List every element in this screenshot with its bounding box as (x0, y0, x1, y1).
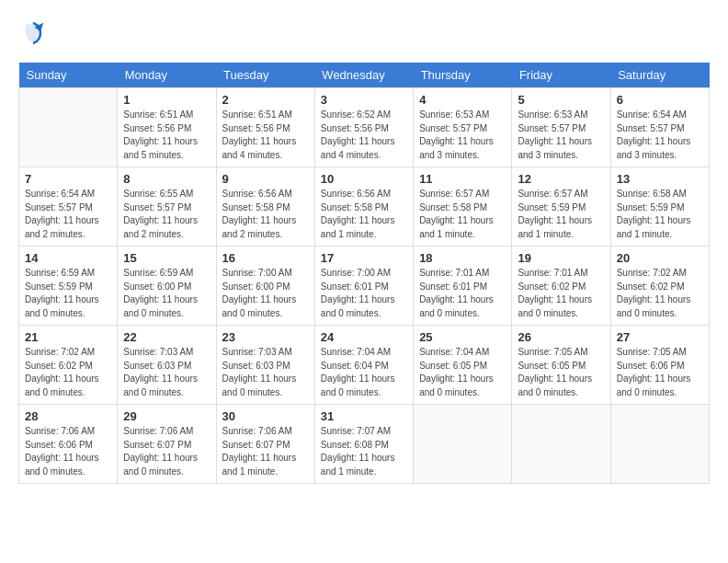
calendar-cell: 14Sunrise: 6:59 AMSunset: 5:59 PMDayligh… (19, 247, 118, 326)
day-info: Sunrise: 6:55 AMSunset: 5:57 PMDaylight:… (123, 188, 210, 241)
calendar-cell: 12Sunrise: 6:57 AMSunset: 5:59 PMDayligh… (512, 167, 610, 247)
day-number: 23 (222, 330, 309, 344)
calendar-cell (19, 88, 118, 167)
calendar-cell: 24Sunrise: 7:04 AMSunset: 6:04 PMDayligh… (314, 326, 413, 405)
day-number: 11 (419, 172, 506, 186)
day-info: Sunrise: 7:00 AMSunset: 6:01 PMDaylight:… (321, 267, 407, 320)
calendar-cell: 8Sunrise: 6:55 AMSunset: 5:57 PMDaylight… (118, 167, 216, 247)
calendar-cell: 17Sunrise: 7:00 AMSunset: 6:01 PMDayligh… (314, 247, 413, 326)
day-info: Sunrise: 7:00 AMSunset: 6:00 PMDaylight:… (222, 267, 309, 320)
calendar-cell: 20Sunrise: 7:02 AMSunset: 6:02 PMDayligh… (610, 247, 709, 326)
day-number: 10 (321, 172, 407, 186)
day-info: Sunrise: 7:03 AMSunset: 6:03 PMDaylight:… (123, 346, 210, 399)
day-info: Sunrise: 6:56 AMSunset: 5:58 PMDaylight:… (222, 188, 309, 241)
calendar-cell: 31Sunrise: 7:07 AMSunset: 6:08 PMDayligh… (314, 405, 413, 484)
day-number: 26 (518, 330, 604, 344)
calendar-cell: 5Sunrise: 6:53 AMSunset: 5:57 PMDaylight… (512, 88, 610, 167)
day-number: 27 (617, 330, 703, 344)
day-info: Sunrise: 7:05 AMSunset: 6:06 PMDaylight:… (617, 346, 703, 399)
day-number: 9 (222, 172, 309, 186)
day-info: Sunrise: 6:52 AMSunset: 5:56 PMDaylight:… (321, 109, 407, 162)
day-number: 19 (518, 251, 604, 265)
day-number: 4 (419, 93, 506, 107)
calendar-cell: 4Sunrise: 6:53 AMSunset: 5:57 PMDaylight… (414, 88, 512, 167)
calendar-week-row: 14Sunrise: 6:59 AMSunset: 5:59 PMDayligh… (19, 247, 710, 326)
day-info: Sunrise: 7:03 AMSunset: 6:03 PMDaylight:… (222, 346, 309, 399)
calendar-cell: 25Sunrise: 7:04 AMSunset: 6:05 PMDayligh… (414, 326, 512, 405)
day-info: Sunrise: 7:04 AMSunset: 6:04 PMDaylight:… (321, 346, 407, 399)
day-number: 25 (419, 330, 506, 344)
day-number: 2 (222, 93, 309, 107)
day-info: Sunrise: 7:06 AMSunset: 6:06 PMDaylight:… (25, 425, 111, 478)
calendar-cell: 7Sunrise: 6:54 AMSunset: 5:57 PMDaylight… (19, 167, 118, 247)
calendar-week-row: 1Sunrise: 6:51 AMSunset: 5:56 PMDaylight… (19, 88, 710, 167)
calendar-table: SundayMondayTuesdayWednesdayThursdayFrid… (18, 63, 710, 484)
day-info: Sunrise: 6:57 AMSunset: 5:59 PMDaylight:… (518, 188, 604, 241)
calendar-cell: 21Sunrise: 7:02 AMSunset: 6:02 PMDayligh… (19, 326, 118, 405)
day-info: Sunrise: 6:53 AMSunset: 5:57 PMDaylight:… (419, 109, 506, 162)
calendar-cell: 28Sunrise: 7:06 AMSunset: 6:06 PMDayligh… (19, 405, 118, 484)
calendar-cell: 19Sunrise: 7:01 AMSunset: 6:02 PMDayligh… (512, 247, 610, 326)
logo (18, 18, 51, 48)
day-info: Sunrise: 7:02 AMSunset: 6:02 PMDaylight:… (617, 267, 703, 320)
day-number: 15 (123, 251, 210, 265)
day-number: 14 (25, 251, 111, 265)
calendar-week-row: 28Sunrise: 7:06 AMSunset: 6:06 PMDayligh… (19, 405, 710, 484)
calendar-cell: 18Sunrise: 7:01 AMSunset: 6:01 PMDayligh… (414, 247, 512, 326)
column-header-thursday: Thursday (414, 63, 512, 88)
day-info: Sunrise: 6:58 AMSunset: 5:59 PMDaylight:… (617, 188, 703, 241)
day-number: 13 (617, 172, 703, 186)
column-header-sunday: Sunday (19, 63, 118, 88)
calendar-cell: 2Sunrise: 6:51 AMSunset: 5:56 PMDaylight… (216, 88, 314, 167)
column-header-friday: Friday (512, 63, 610, 88)
day-info: Sunrise: 7:06 AMSunset: 6:07 PMDaylight:… (123, 425, 210, 478)
day-number: 12 (518, 172, 604, 186)
day-info: Sunrise: 6:59 AMSunset: 5:59 PMDaylight:… (25, 267, 111, 320)
calendar-cell: 3Sunrise: 6:52 AMSunset: 5:56 PMDaylight… (314, 88, 413, 167)
column-header-tuesday: Tuesday (216, 63, 314, 88)
calendar-week-row: 7Sunrise: 6:54 AMSunset: 5:57 PMDaylight… (19, 167, 710, 247)
logo-icon (18, 18, 48, 48)
day-info: Sunrise: 7:07 AMSunset: 6:08 PMDaylight:… (321, 425, 407, 478)
day-info: Sunrise: 6:51 AMSunset: 5:56 PMDaylight:… (123, 109, 210, 162)
day-number: 8 (123, 172, 210, 186)
day-info: Sunrise: 7:01 AMSunset: 6:01 PMDaylight:… (419, 267, 506, 320)
day-info: Sunrise: 7:05 AMSunset: 6:05 PMDaylight:… (518, 346, 604, 399)
calendar-cell: 26Sunrise: 7:05 AMSunset: 6:05 PMDayligh… (512, 326, 610, 405)
day-info: Sunrise: 7:02 AMSunset: 6:02 PMDaylight:… (25, 346, 111, 399)
day-number: 24 (321, 330, 407, 344)
calendar-cell: 27Sunrise: 7:05 AMSunset: 6:06 PMDayligh… (610, 326, 709, 405)
day-info: Sunrise: 6:54 AMSunset: 5:57 PMDaylight:… (617, 109, 703, 162)
day-number: 20 (617, 251, 703, 265)
calendar-cell: 10Sunrise: 6:56 AMSunset: 5:58 PMDayligh… (314, 167, 413, 247)
column-header-wednesday: Wednesday (314, 63, 413, 88)
day-number: 3 (321, 93, 407, 107)
calendar-cell: 13Sunrise: 6:58 AMSunset: 5:59 PMDayligh… (610, 167, 709, 247)
day-info: Sunrise: 6:54 AMSunset: 5:57 PMDaylight:… (25, 188, 111, 241)
day-number: 18 (419, 251, 506, 265)
calendar-cell: 29Sunrise: 7:06 AMSunset: 6:07 PMDayligh… (118, 405, 216, 484)
day-number: 5 (518, 93, 604, 107)
day-info: Sunrise: 6:51 AMSunset: 5:56 PMDaylight:… (222, 109, 309, 162)
day-info: Sunrise: 6:59 AMSunset: 6:00 PMDaylight:… (123, 267, 210, 320)
day-number: 6 (617, 93, 703, 107)
day-number: 7 (25, 172, 111, 186)
day-info: Sunrise: 7:01 AMSunset: 6:02 PMDaylight:… (518, 267, 604, 320)
calendar-cell: 15Sunrise: 6:59 AMSunset: 6:00 PMDayligh… (118, 247, 216, 326)
page-header (18, 18, 710, 48)
column-header-monday: Monday (118, 63, 216, 88)
column-header-saturday: Saturday (610, 63, 709, 88)
calendar-cell: 1Sunrise: 6:51 AMSunset: 5:56 PMDaylight… (118, 88, 216, 167)
calendar-week-row: 21Sunrise: 7:02 AMSunset: 6:02 PMDayligh… (19, 326, 710, 405)
calendar-cell: 6Sunrise: 6:54 AMSunset: 5:57 PMDaylight… (610, 88, 709, 167)
calendar-cell: 9Sunrise: 6:56 AMSunset: 5:58 PMDaylight… (216, 167, 314, 247)
calendar-cell (512, 405, 610, 484)
day-number: 29 (123, 409, 210, 423)
day-number: 30 (222, 409, 309, 423)
calendar-cell: 16Sunrise: 7:00 AMSunset: 6:00 PMDayligh… (216, 247, 314, 326)
day-info: Sunrise: 7:06 AMSunset: 6:07 PMDaylight:… (222, 425, 309, 478)
day-number: 17 (321, 251, 407, 265)
day-info: Sunrise: 7:04 AMSunset: 6:05 PMDaylight:… (419, 346, 506, 399)
day-info: Sunrise: 6:57 AMSunset: 5:58 PMDaylight:… (419, 188, 506, 241)
calendar-cell (414, 405, 512, 484)
